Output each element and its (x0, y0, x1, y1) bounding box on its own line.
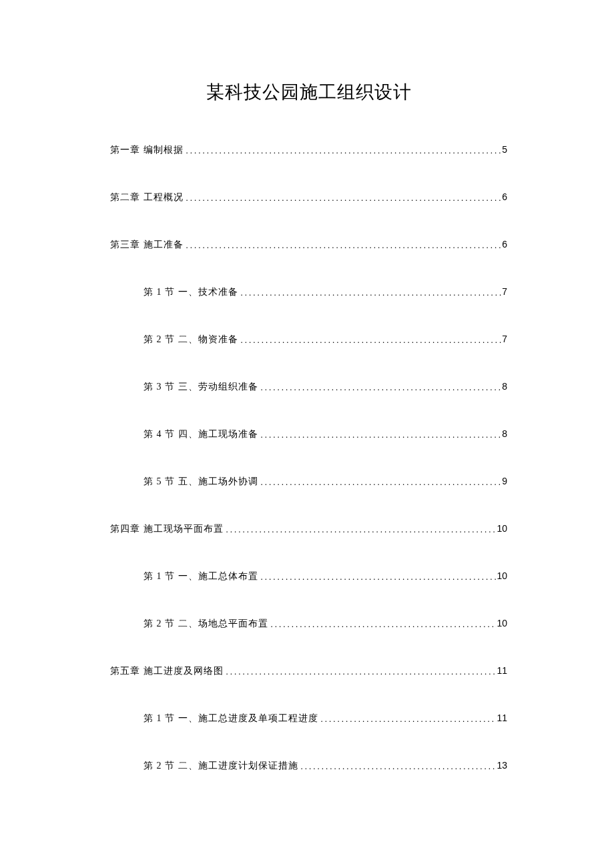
toc-leader-dots (224, 667, 497, 677)
toc-entry: 第 3 节 三、劳动组织准备 8 (110, 381, 507, 393)
toc-label: 第五章 施工进度及网络图 (110, 665, 224, 677)
document-title: 某科技公园施工组织设计 (110, 80, 507, 104)
toc-page-number: 8 (502, 381, 507, 392)
toc-page-number: 9 (502, 476, 507, 486)
toc-entry: 第 1 节 一、技术准备 7 (110, 286, 507, 298)
toc-label: 第 1 节 一、施工总进度及单项工程进度 (143, 713, 318, 725)
toc-leader-dots (238, 335, 503, 346)
toc-entry: 第 4 节 四、施工现场准备 8 (110, 428, 507, 440)
toc-entry: 第五章 施工进度及网络图 11 (110, 665, 507, 677)
toc-entry: 第 2 节 二、物资准备 7 (110, 334, 507, 346)
toc-page-number: 11 (497, 713, 507, 723)
toc-entry: 第 1 节 一、施工总进度及单项工程进度 11 (110, 713, 507, 725)
toc-page-number: 7 (502, 334, 507, 344)
toc-page-number: 6 (502, 191, 507, 202)
toc-leader-dots (268, 619, 497, 630)
toc-leader-dots (184, 145, 503, 156)
toc-leader-dots (184, 193, 503, 203)
toc-label: 第二章 工程概况 (110, 191, 184, 203)
toc-page-number: 6 (502, 239, 507, 250)
toc-entry: 第 2 节 二、场地总平面布置 10 (110, 618, 507, 630)
table-of-contents: 第一章 编制根据 5 第二章 工程概况 6 第三章 施工准备 6 第 1 节 一… (110, 144, 507, 772)
toc-label: 第三章 施工准备 (110, 239, 184, 251)
toc-entry: 第 1 节 一、施工总体布置 10 (110, 570, 507, 582)
toc-entry: 第一章 编制根据 5 (110, 144, 507, 156)
toc-entry: 第二章 工程概况 6 (110, 191, 507, 203)
toc-leader-dots (318, 714, 497, 725)
toc-label: 第 4 节 四、施工现场准备 (143, 428, 258, 440)
toc-label: 第 1 节 一、技术准备 (143, 286, 238, 298)
toc-leader-dots (224, 524, 497, 535)
toc-page-number: 5 (502, 144, 507, 155)
toc-page-number: 10 (497, 523, 507, 534)
toc-leader-dots (258, 572, 497, 582)
toc-page-number: 10 (497, 570, 507, 581)
toc-label: 第四章 施工现场平面布置 (110, 523, 224, 535)
toc-page-number: 13 (497, 760, 507, 771)
toc-page-number: 8 (502, 428, 507, 439)
toc-leader-dots (238, 288, 503, 298)
toc-page-number: 11 (497, 665, 507, 676)
toc-label: 第 3 节 三、劳动组织准备 (143, 381, 258, 393)
toc-leader-dots (184, 240, 503, 251)
toc-leader-dots (298, 761, 497, 772)
toc-label: 第一章 编制根据 (110, 144, 184, 156)
toc-leader-dots (258, 477, 503, 488)
toc-leader-dots (258, 382, 503, 393)
toc-leader-dots (258, 430, 503, 440)
toc-page-number: 7 (502, 286, 507, 297)
toc-entry: 第四章 施工现场平面布置 10 (110, 523, 507, 535)
toc-label: 第 2 节 二、施工进度计划保证措施 (143, 760, 298, 772)
toc-entry: 第 2 节 二、施工进度计划保证措施 13 (110, 760, 507, 772)
toc-label: 第 2 节 二、物资准备 (143, 334, 238, 346)
toc-label: 第 5 节 五、施工场外协调 (143, 476, 258, 488)
toc-page-number: 10 (497, 618, 507, 628)
toc-entry: 第三章 施工准备 6 (110, 239, 507, 251)
toc-label: 第 2 节 二、场地总平面布置 (143, 618, 268, 630)
toc-entry: 第 5 节 五、施工场外协调 9 (110, 476, 507, 488)
toc-label: 第 1 节 一、施工总体布置 (143, 570, 258, 582)
